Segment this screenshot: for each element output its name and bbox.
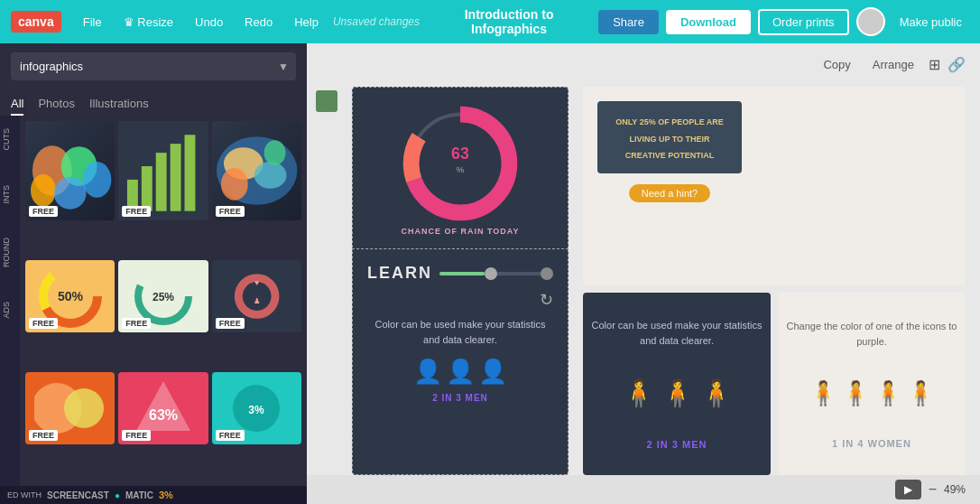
- undo-button[interactable]: Undo: [188, 12, 230, 33]
- free-badge: FREE: [29, 206, 58, 217]
- learning-content: LEARN ↻ Color can be used make your sta: [353, 249, 568, 474]
- learning-panel[interactable]: LEARN ↻ Color can be used make your sta: [352, 249, 569, 475]
- unsaved-indicator: Unsaved changes: [333, 15, 420, 28]
- change-color-text: Change the color of one of the icons to …: [785, 319, 958, 349]
- template-tile[interactable]: 50% FREE: [25, 260, 115, 332]
- color-slider-track[interactable]: [439, 272, 553, 275]
- free-badge: FREE: [216, 206, 245, 217]
- tab-illustrations[interactable]: Illustrations: [89, 93, 149, 116]
- canvas-toolbar: Copy Arrange ⊞ 🔗: [816, 54, 966, 75]
- tab-photos[interactable]: Photos: [38, 93, 74, 116]
- zoom-minus-button[interactable]: −: [929, 481, 937, 498]
- sidebar-label-ads: ADS: [0, 298, 20, 322]
- panel-right: ONLY 25% OF PEOPLE ARE LIVING UP TO THEI…: [583, 87, 966, 475]
- svg-point-2: [83, 162, 112, 198]
- svg-text:50%: 50%: [58, 289, 84, 303]
- person-purple-2: 👤: [446, 358, 475, 386]
- only25-text: ONLY 25% OF PEOPLE ARE LIVING UP TO THEI…: [615, 117, 724, 160]
- person-gray-1: 👤: [478, 358, 507, 386]
- template-tile[interactable]: FREE: [25, 372, 115, 444]
- sidebar: ▼ All Photos Illustrations CUTS INTS ROU…: [0, 43, 307, 504]
- make-public-button[interactable]: Make public: [892, 12, 969, 33]
- learning-subtext: Color can be used make your statistics a…: [367, 317, 553, 347]
- svg-point-3: [31, 174, 56, 207]
- file-menu[interactable]: File: [76, 12, 109, 33]
- woman-icon-4: 🧍: [906, 379, 935, 407]
- template-tile[interactable]: 25% FREE: [118, 260, 208, 332]
- need-hint-button[interactable]: Need a hint?: [629, 184, 710, 202]
- presentation-button[interactable]: ▶: [895, 480, 921, 499]
- resize-menu[interactable]: ♛ Resize: [116, 12, 180, 33]
- template-grid: FREE FREE: [20, 116, 307, 486]
- svg-text:%: %: [457, 164, 465, 174]
- free-badge: FREE: [216, 430, 245, 441]
- men-stat-label: 2 IN 3 MEN: [367, 393, 553, 403]
- panel-left[interactable]: 63 % CHANCE OF RAIN TODAY LEARN: [352, 87, 569, 475]
- screencast-label: SCREENCAST: [47, 490, 109, 500]
- svg-point-13: [221, 168, 248, 201]
- avatar[interactable]: [856, 7, 885, 36]
- sidebar-footer: ED WITH SCREENCAST ● MATIC 3%: [0, 486, 307, 504]
- women-icons-row: 🧍 🧍 🧍 🧍: [809, 379, 935, 407]
- top-navigation: canva File ♛ Resize Undo Redo Help Unsav…: [0, 0, 980, 43]
- sidebar-content: CUTS INTS ROUND ADS FREE: [0, 116, 307, 486]
- refresh-icon[interactable]: ↻: [540, 290, 553, 310]
- template-tile[interactable]: ♥ ♟ FREE: [212, 260, 301, 332]
- matic-label: MATIC: [125, 490, 153, 500]
- template-tile[interactable]: FREE: [25, 121, 115, 220]
- creative-potential-box: ONLY 25% OF PEOPLE ARE LIVING UP TO THEI…: [597, 101, 742, 173]
- slider-fill: [439, 272, 485, 275]
- free-badge: FREE: [216, 318, 245, 329]
- main-layout: ▼ All Photos Illustrations CUTS INTS ROU…: [0, 43, 980, 504]
- sidebar-left-labels: CUTS INTS ROUND ADS: [0, 116, 20, 486]
- arrange-button[interactable]: Arrange: [865, 54, 921, 75]
- template-tile[interactable]: 3% FREE: [212, 372, 301, 444]
- link-icon[interactable]: 🔗: [948, 56, 966, 73]
- crown-icon: ♛: [124, 15, 134, 29]
- men-dark-panel[interactable]: Color can be used make your statistics a…: [583, 293, 771, 475]
- color-subtext: Color can be used make your statistics a…: [590, 318, 763, 348]
- present-icon: ▶: [904, 483, 912, 496]
- share-button[interactable]: Share: [598, 10, 659, 34]
- sidebar-label-round: ROUND: [0, 234, 20, 271]
- powered-by-text: ED WITH: [7, 490, 42, 499]
- slider-handle-left[interactable]: [485, 267, 497, 280]
- svg-rect-7: [156, 153, 167, 211]
- svg-text:♥: ♥: [254, 278, 259, 287]
- women-light-panel[interactable]: Change the color of one of the icons to …: [778, 293, 966, 475]
- canva-logo: canva: [11, 11, 61, 33]
- template-tile[interactable]: 63% FREE: [118, 372, 208, 444]
- search-input[interactable]: [11, 52, 296, 80]
- free-badge: FREE: [122, 430, 151, 441]
- grid-icon[interactable]: ⊞: [929, 56, 940, 73]
- svg-rect-6: [142, 166, 153, 211]
- dot-icon: ●: [115, 490, 120, 500]
- svg-rect-8: [171, 144, 181, 210]
- free-badge: FREE: [29, 430, 58, 441]
- sidebar-label-ints: INTS: [0, 182, 20, 208]
- order-prints-button[interactable]: Order prints: [758, 9, 849, 35]
- download-button[interactable]: Download: [666, 10, 751, 34]
- person-purple-1: 👤: [413, 358, 442, 386]
- copy-button[interactable]: Copy: [816, 54, 857, 75]
- svg-rect-9: [185, 135, 196, 210]
- right-top-panel[interactable]: ONLY 25% OF PEOPLE ARE LIVING UP TO THEI…: [583, 87, 966, 285]
- zoom-level: 49%: [944, 483, 966, 496]
- sidebar-tabs: All Photos Illustrations: [0, 89, 307, 116]
- slider-handle-right[interactable]: [541, 267, 553, 280]
- document-title: Introduction to Infographics: [427, 7, 591, 36]
- free-badge: FREE: [29, 318, 58, 329]
- help-menu[interactable]: Help: [287, 12, 326, 33]
- free-badge: FREE: [122, 206, 151, 217]
- men-stat-dark: 2 IN 3 MEN: [647, 439, 707, 450]
- template-tile[interactable]: FREE: [212, 121, 301, 220]
- chance-of-rain-panel[interactable]: 63 % CHANCE OF RAIN TODAY: [352, 87, 569, 249]
- template-tile[interactable]: FREE: [118, 121, 208, 220]
- man-gray-icon: 🧍: [699, 378, 733, 409]
- sidebar-search-area: ▼: [0, 43, 307, 89]
- woman-icon-3: 🧍: [874, 379, 902, 407]
- woman-icon-1: 🧍: [809, 379, 837, 407]
- percentage-label: 3%: [159, 490, 173, 500]
- tab-all[interactable]: All: [11, 93, 23, 116]
- redo-button[interactable]: Redo: [237, 12, 280, 33]
